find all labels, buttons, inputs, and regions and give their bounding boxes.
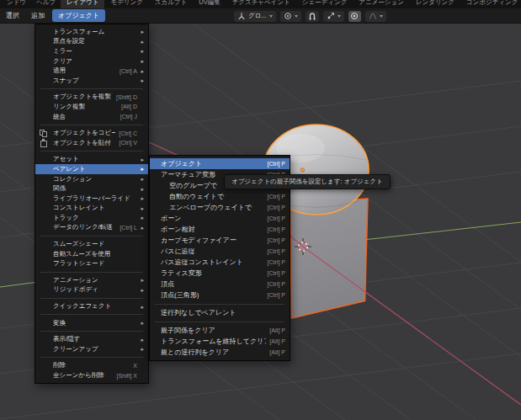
workspace-tab-compositing[interactable]: コンポジティング (460, 0, 521, 8)
menu-item-delete[interactable]: 削除X (35, 361, 148, 371)
proportional-falloff-dropdown[interactable] (365, 11, 386, 22)
menu-separator (40, 298, 143, 299)
menu-item-path-constraint[interactable]: パス追従コンストレイント[Ctrl] P (150, 257, 290, 268)
menu-item-asset[interactable]: アセット▸ (35, 155, 148, 165)
menu-item-show-hide[interactable]: 表示/隠す▸ (35, 334, 148, 344)
menu-item-clear[interactable]: クリア▸ (35, 56, 148, 66)
menu-item-shade-auto-smooth[interactable]: 自動スムーズを使用 (35, 249, 148, 259)
transform-orientation-dropdown[interactable]: グロ... (234, 11, 276, 22)
menu-item-rigid-body[interactable]: リジッドボディ▸ (35, 285, 148, 295)
menu-item-label: コンストレイント (53, 204, 134, 212)
menu-add[interactable]: 追加 (25, 9, 51, 22)
workspace-tab-animation[interactable]: アニメーション (353, 0, 410, 8)
menu-item-link-transfer-data[interactable]: データのリンク/転送[Ctrl] L▸ (35, 223, 148, 233)
menu-item-cleanup[interactable]: クリーンアップ▸ (35, 344, 148, 354)
snap-with-dropdown[interactable] (323, 11, 344, 22)
menu-item-collection[interactable]: コレクション▸ (35, 174, 148, 184)
menu-item-shade-flat[interactable]: フラットシェード (35, 258, 148, 268)
topbar-menu-partial[interactable]: ヘルプ (31, 0, 61, 8)
menu-item-shade-smooth[interactable]: スムーズシェード (35, 239, 148, 249)
menu-item-snap[interactable]: スナップ▸ (35, 76, 148, 86)
menu-item-duplicate-objects[interactable]: オブジェクトを複製[Shift] D (35, 93, 148, 103)
workspace-tab-shading[interactable]: シェーディング (296, 0, 354, 8)
transform-orientation-icon (237, 12, 246, 20)
cube-object[interactable] (290, 199, 369, 318)
menu-item-bone-relative[interactable]: ボーン相対[Ctrl] P (150, 224, 290, 235)
menu-item-set-origin[interactable]: 原点を設定▸ (35, 37, 148, 47)
menu-item-label: ボーン相対 (161, 225, 264, 234)
menu-item-relations[interactable]: 関係▸ (35, 183, 148, 194)
menu-item-clear-keep-transform[interactable]: トランスフォームを維持してクリア[Alt] P (150, 336, 290, 347)
pivot-point-dropdown[interactable] (280, 11, 301, 22)
menu-item-shortcut: [Ctrl] P (268, 215, 285, 221)
menu-item-paste-objects[interactable]: オブジェクトを貼付[Ctrl] V (35, 138, 148, 148)
workspace-tab-sculpting[interactable]: スカルプト (149, 0, 193, 8)
menu-item-vertex[interactable]: 頂点[Ctrl] P (150, 279, 290, 290)
menu-item-shortcut: [Ctrl] P (268, 194, 285, 199)
header-widgets: グロ... (234, 10, 386, 22)
orientation-label: グロ... (248, 12, 267, 20)
menu-item-apply[interactable]: 適用[Ctrl] A▸ (35, 66, 148, 76)
menu-item-label: ライブラリオーバーライド (53, 194, 134, 203)
menu-item-join[interactable]: 統合[Ctrl] J (35, 112, 148, 122)
menu-item-vertex-triangle[interactable]: 頂点(三角形)[Ctrl] P (150, 290, 290, 300)
submenu-arrow-icon: ▸ (137, 320, 144, 326)
workspace-tab-layout[interactable]: レイアウト (61, 0, 104, 8)
submenu-arrow-icon: ▸ (137, 337, 144, 343)
proportional-editing-toggle[interactable] (348, 11, 361, 22)
menu-item-label: 親との逆行列をクリア (161, 348, 266, 357)
menu-item-shortcut: [Ctrl] P (268, 161, 285, 167)
menu-item-shortcut: [Shift] D (116, 94, 137, 100)
menu-item-lattice-deform[interactable]: ラティス変形[Ctrl] P (150, 268, 290, 279)
submenu-arrow-icon: ▸ (137, 195, 144, 201)
menu-item-clear-parent[interactable]: 親子関係をクリア[Alt] P (150, 325, 290, 336)
menu-item-convert[interactable]: 変換▸ (35, 318, 148, 328)
menu-select[interactable]: 選択 (0, 9, 25, 22)
menu-item-shortcut: [Ctrl] P (268, 248, 285, 254)
workspace-tab-uv-editing[interactable]: UV編集 (193, 0, 226, 8)
object-menu-panel: トランスフォーム▸原点を設定▸ミラー▸クリア▸適用[Ctrl] A▸スナップ▸オ… (35, 24, 149, 384)
menu-item-parent[interactable]: ペアレント▸ (35, 164, 148, 174)
menu-item-shortcut: [Ctrl] P (268, 259, 285, 265)
paste-icon (40, 139, 47, 147)
menu-item-clear-parent-inverse[interactable]: 親との逆行列をクリア[Alt] P (150, 347, 290, 358)
menu-item-delete-global[interactable]: 全シーンから削除[Shift] X (35, 370, 148, 380)
menu-item-label: 表示/隠す (53, 335, 134, 343)
menu-item-quick-effects[interactable]: クイックエフェクト▸ (35, 301, 148, 311)
submenu-arrow-icon: ▸ (137, 205, 144, 211)
submenu-arrow-icon: ▸ (137, 58, 144, 64)
menu-item-label: フラットシェード (53, 259, 134, 268)
menu-item-follow-path[interactable]: パスに追従[Ctrl] P (150, 246, 290, 257)
menu-item-label: エンベロープのウェイトで (169, 203, 264, 212)
menu-item-make-parent-without-inverse[interactable]: 逆行列なしでペアレント (150, 307, 290, 318)
menu-item-label: パス追従コンストレイント (161, 258, 264, 267)
menu-item-label: パスに追従 (161, 247, 264, 256)
snap-toggle-button[interactable] (306, 11, 319, 22)
menu-item-mirror[interactable]: ミラー▸ (35, 46, 148, 56)
menu-item-duplicate-linked[interactable]: リンク複製[Alt] D (35, 102, 148, 112)
menu-item-with-automatic-weights[interactable]: 自動のウェイトで[Ctrl] P (150, 191, 290, 202)
menu-item-label: アセット (53, 155, 134, 163)
menu-item-library-override[interactable]: ライブラリオーバーライド▸ (35, 194, 148, 204)
menu-object[interactable]: オブジェクト (52, 9, 105, 22)
workspace-tab-modeling[interactable]: モデリング (104, 0, 148, 8)
menu-item-shortcut: [Alt] P (269, 338, 285, 344)
menu-item-shortcut: [Shift] X (116, 373, 137, 379)
menu-item-animation[interactable]: アニメーション▸ (35, 275, 148, 285)
menu-item-copy-objects[interactable]: オブジェクトをコピー[Ctrl] C (35, 128, 148, 138)
menu-item-object[interactable]: オブジェクト[Ctrl] P (150, 158, 290, 169)
menu-item-transform[interactable]: トランスフォーム▸ (35, 27, 148, 37)
submenu-arrow-icon: ▸ (137, 186, 144, 192)
menu-separator (40, 331, 143, 332)
menu-item-constraints[interactable]: コンストレイント▸ (35, 204, 148, 214)
workspace-tab-rendering[interactable]: レンダリング (410, 0, 460, 8)
menu-item-label: アニメーション (53, 276, 134, 284)
menu-item-label: リンク複製 (53, 103, 118, 111)
topbar-menu-partial[interactable]: ンドウ (2, 0, 31, 8)
menu-item-with-envelope-weights[interactable]: エンベロープのウェイトで[Ctrl] P (150, 202, 290, 213)
menu-item-bone[interactable]: ボーン[Ctrl] P (150, 213, 290, 224)
pivot-point-icon (284, 12, 292, 20)
workspace-tab-texture-paint[interactable]: テクスチャペイント (226, 0, 296, 8)
menu-item-curve-modifier[interactable]: カーブモディファイアー[Ctrl] P (150, 235, 290, 246)
menu-item-track[interactable]: トラック▸ (35, 213, 148, 223)
